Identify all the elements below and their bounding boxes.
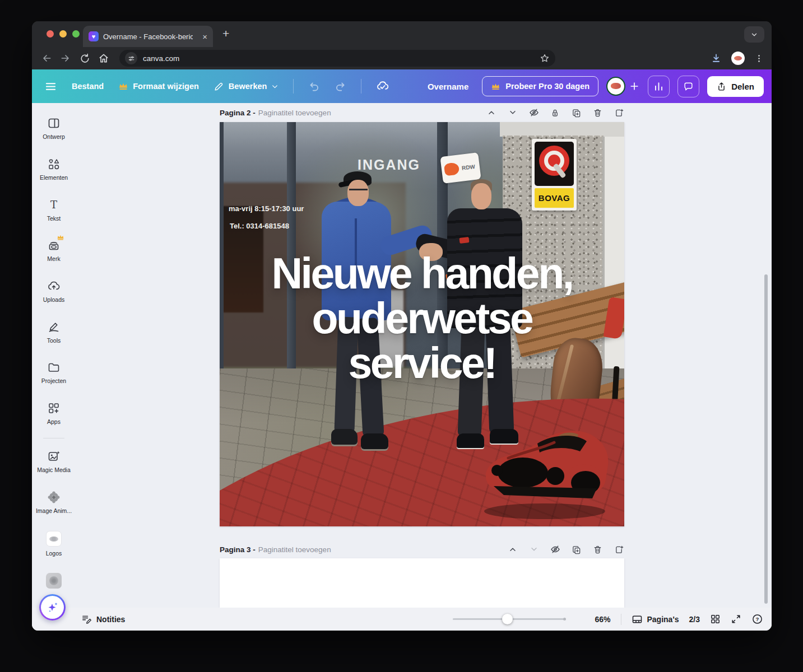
bovag-label: BOVAG bbox=[535, 188, 574, 208]
tab-search-button[interactable] bbox=[744, 26, 764, 43]
page3-hide-button[interactable] bbox=[550, 544, 560, 555]
rdw-sign: RDW bbox=[440, 152, 481, 184]
browser-profile-avatar[interactable] bbox=[731, 52, 745, 65]
minimize-window-button[interactable] bbox=[59, 30, 67, 38]
sidebar-item-uploads[interactable]: Uploads bbox=[32, 279, 76, 303]
sidebar-item-tekst[interactable]: T Tekst bbox=[32, 198, 76, 222]
sidebar-item-magic-media[interactable]: Magic Media bbox=[32, 450, 76, 473]
redo-icon[interactable] bbox=[335, 81, 346, 92]
grid-view-icon[interactable] bbox=[710, 614, 721, 624]
browser-address-bar: canva.com bbox=[32, 47, 772, 69]
page2-move-down-button[interactable] bbox=[507, 108, 518, 118]
document-title[interactable]: Overname bbox=[428, 82, 468, 91]
apps-grid-icon bbox=[47, 402, 61, 415]
page3-delete-button[interactable] bbox=[592, 544, 603, 555]
account-avatar[interactable] bbox=[606, 77, 625, 96]
browser-menu-icon[interactable] bbox=[754, 54, 764, 63]
zoom-level[interactable]: 66% bbox=[595, 615, 610, 624]
elements-icon bbox=[47, 157, 61, 171]
design-icon bbox=[47, 116, 61, 130]
reload-button[interactable] bbox=[78, 52, 91, 65]
status-bar: Notities 66% Pagina's 2/3 ? bbox=[32, 608, 772, 631]
page2-lock-button[interactable] bbox=[550, 108, 560, 118]
sidebar-item-logos[interactable]: Logos bbox=[32, 531, 76, 557]
notes-icon bbox=[81, 614, 92, 624]
canva-assistant-button[interactable] bbox=[39, 594, 66, 620]
url-field[interactable]: canva.com bbox=[119, 50, 555, 67]
logos-app-icon bbox=[46, 531, 62, 547]
editor-workspace: Ontwerp Elementen T Tekst Merk Uploads T… bbox=[32, 103, 772, 631]
page3-canvas[interactable] bbox=[220, 558, 624, 608]
browser-tab[interactable]: ♥ Overname - Facebook-berich × bbox=[83, 26, 213, 47]
page3-move-up-button[interactable] bbox=[507, 544, 518, 555]
zoom-slider-thumb[interactable] bbox=[502, 614, 513, 624]
tab-close-icon[interactable]: × bbox=[202, 32, 207, 41]
share-label: Delen bbox=[731, 82, 754, 91]
insights-button[interactable] bbox=[648, 76, 670, 97]
zoom-slider[interactable] bbox=[453, 618, 565, 620]
sidebar-item-app[interactable] bbox=[32, 573, 76, 589]
page2-canvas[interactable]: RDW BOVAG INGANG ma-vrij 8:15-17:30 uur … bbox=[220, 122, 624, 526]
forward-button[interactable] bbox=[59, 52, 72, 65]
hamburger-menu-icon[interactable] bbox=[44, 80, 57, 93]
menu-bestand[interactable]: Bestand bbox=[72, 82, 104, 91]
sidebar-item-ontwerp[interactable]: Ontwerp bbox=[32, 116, 76, 140]
bewerken-label: Bewerken bbox=[229, 82, 267, 91]
crown-icon bbox=[118, 81, 128, 91]
forward-arrow-icon bbox=[60, 53, 71, 64]
page3-title-placeholder[interactable]: Paginatitel toevoegen bbox=[258, 545, 331, 554]
home-button[interactable] bbox=[97, 52, 110, 65]
sidebar-item-projecten[interactable]: Projecten bbox=[32, 361, 76, 384]
comments-button[interactable] bbox=[677, 76, 699, 97]
page2-duplicate-button[interactable] bbox=[571, 108, 582, 118]
sidebar-item-apps[interactable]: Apps bbox=[32, 402, 76, 425]
page2-title-placeholder[interactable]: Paginatitel toevoegen bbox=[258, 109, 331, 117]
try-pro-button[interactable]: Probeer Pro 30 dagen bbox=[482, 76, 598, 96]
page3-label[interactable]: Pagina 3 - bbox=[220, 545, 256, 554]
crown-icon bbox=[491, 82, 500, 91]
sidebar-item-merk[interactable]: Merk bbox=[32, 239, 76, 262]
menu-bewerken[interactable]: Bewerken bbox=[213, 81, 279, 92]
share-button[interactable]: Delen bbox=[707, 76, 764, 97]
pencil-icon bbox=[213, 81, 224, 92]
add-member-icon[interactable] bbox=[629, 81, 640, 92]
fullscreen-icon[interactable] bbox=[731, 614, 741, 624]
zoom-window-button[interactable] bbox=[72, 30, 80, 38]
sidebar-item-elementen[interactable]: Elementen bbox=[32, 157, 76, 181]
page3-header: Pagina 3 - Paginatitel toevoegen bbox=[220, 543, 624, 556]
page2-header: Pagina 2 - Paginatitel toevoegen bbox=[220, 106, 624, 119]
close-window-button[interactable] bbox=[47, 30, 54, 38]
ingang-sign-text: INGANG bbox=[358, 157, 420, 173]
page2-label[interactable]: Pagina 2 - bbox=[220, 109, 256, 117]
download-icon[interactable] bbox=[711, 53, 722, 64]
design-headline[interactable]: Nieuwe handen, ouderwetse service! bbox=[220, 251, 624, 385]
sidebar-item-tools[interactable]: Tools bbox=[32, 320, 76, 344]
pages-button[interactable]: Pagina's bbox=[632, 614, 679, 625]
text-icon: T bbox=[47, 198, 61, 212]
page2-add-page-button[interactable] bbox=[614, 108, 624, 118]
canvas-scrollbar[interactable] bbox=[764, 274, 768, 604]
draw-tool-icon bbox=[47, 320, 61, 334]
menu-formaat-wijzigen[interactable]: Formaat wijzigen bbox=[118, 81, 199, 91]
share-icon bbox=[717, 82, 726, 91]
page3-duplicate-button[interactable] bbox=[571, 544, 582, 555]
magic-media-icon bbox=[47, 450, 61, 463]
page3-move-down-button bbox=[528, 544, 539, 555]
url-text: canva.com bbox=[143, 54, 179, 63]
sidebar-item-image-animation[interactable]: Image Anim... bbox=[32, 491, 76, 514]
page2-hide-button[interactable] bbox=[528, 108, 539, 118]
page2-move-up-button[interactable] bbox=[486, 108, 496, 118]
undo-icon[interactable] bbox=[308, 81, 320, 92]
back-button[interactable] bbox=[40, 52, 53, 65]
help-icon[interactable]: ? bbox=[751, 613, 763, 625]
page2-delete-button[interactable] bbox=[592, 108, 603, 118]
new-tab-button[interactable]: + bbox=[222, 27, 229, 40]
opening-hours-text: ma-vrij 8:15-17:30 uur bbox=[229, 204, 304, 213]
home-icon bbox=[98, 53, 109, 64]
page3-add-page-button[interactable] bbox=[614, 544, 624, 555]
notes-button[interactable]: Notities bbox=[81, 608, 125, 631]
site-settings-icon[interactable] bbox=[125, 52, 137, 64]
bookmark-star-icon[interactable] bbox=[540, 53, 550, 63]
page-indicator: 2/3 bbox=[689, 615, 700, 624]
chevron-down-icon bbox=[271, 83, 279, 90]
